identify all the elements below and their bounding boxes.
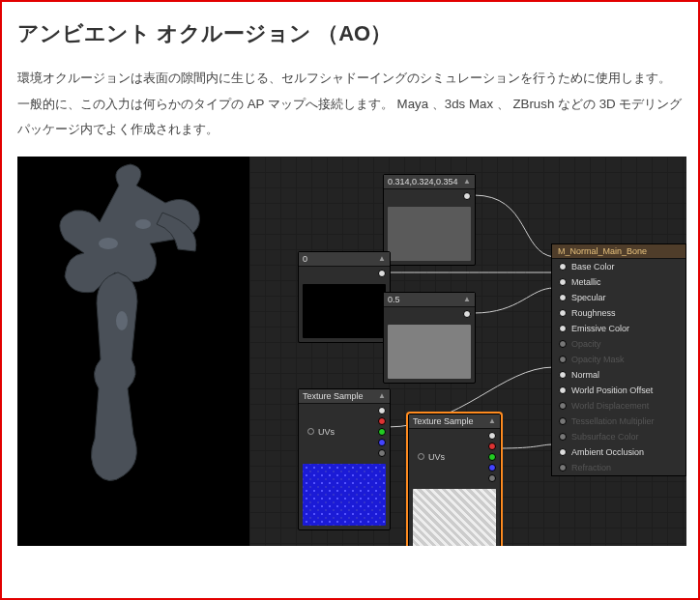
node-preview [303, 464, 386, 526]
pin-label: Normal [571, 370, 599, 380]
input-pin[interactable] [559, 356, 567, 363]
node-label: 0 [303, 254, 375, 264]
node-constant-0-5[interactable]: 0.5▲ [383, 292, 476, 384]
input-pin[interactable] [559, 325, 567, 332]
input-pin[interactable] [559, 278, 567, 286]
material-pin-base-color[interactable]: Base Color [552, 259, 685, 274]
material-pin-roughness[interactable]: Roughness [552, 305, 685, 321]
triangle-up-icon: ▲ [488, 416, 496, 425]
output-pin[interactable] [378, 270, 386, 277]
input-pin[interactable] [559, 386, 567, 394]
triangle-up-icon: ▲ [378, 254, 386, 263]
input-pin[interactable] [559, 294, 567, 301]
material-pin-emissive-color[interactable]: Emissive Color [552, 321, 685, 336]
output-pin-g[interactable] [488, 453, 496, 461]
input-pin[interactable] [559, 309, 567, 317]
svg-point-0 [99, 238, 118, 249]
node-preview [303, 284, 386, 338]
output-pin-b[interactable] [488, 464, 496, 471]
input-pin[interactable] [559, 464, 567, 471]
triangle-up-icon: ▲ [463, 177, 471, 186]
pin-label: Metallic [571, 277, 601, 287]
uvs-label: UVs [318, 427, 335, 437]
material-pin-ambient-occlusion[interactable]: Ambient Occlusion [552, 444, 685, 460]
material-pins: Base ColorMetallicSpecularRoughnessEmiss… [552, 259, 685, 475]
output-pin-g[interactable] [378, 428, 386, 436]
node-preview [388, 207, 471, 261]
material-pin-tessellation-multiplier[interactable]: Tessellation Multiplier [552, 414, 685, 429]
material-pin-specular[interactable]: Specular [552, 290, 685, 305]
svg-point-1 [135, 219, 151, 229]
svg-point-2 [116, 311, 128, 330]
material-title: M_Normal_Main_Bone [552, 244, 685, 259]
pin-label: Opacity Mask [571, 355, 625, 364]
material-pin-opacity[interactable]: Opacity [552, 336, 685, 352]
output-pin-r[interactable] [488, 443, 496, 450]
mesh-preview [17, 157, 249, 546]
node-label: Texture Sample [303, 391, 375, 401]
input-pin[interactable] [307, 428, 314, 435]
input-pin[interactable] [559, 340, 567, 348]
triangle-up-icon: ▲ [378, 391, 386, 400]
material-pin-subsurface-color[interactable]: Subsurface Color [552, 429, 685, 444]
material-pin-world-position-offset[interactable]: World Position Offset [552, 383, 685, 398]
material-pin-normal[interactable]: Normal [552, 367, 685, 383]
output-pin[interactable] [463, 310, 471, 318]
node-constant-vec3[interactable]: 0.314,0.324,0.354▲ [383, 174, 476, 266]
material-pin-refraction[interactable]: Refraction [552, 460, 685, 475]
pin-label: Roughness [571, 308, 616, 318]
node-texture-sample-normal[interactable]: Texture Sample▲ UVs [298, 388, 391, 530]
node-constant-0[interactable]: 0▲ [298, 251, 391, 343]
node-texture-sample-ao[interactable]: Texture Sample▲ UVs [408, 414, 501, 546]
material-pin-world-displacement[interactable]: World Displacement [552, 398, 685, 414]
pin-label: World Position Offset [571, 386, 653, 395]
output-pin-rgb[interactable] [488, 432, 496, 440]
triangle-up-icon: ▲ [463, 295, 471, 303]
pin-label: Ambient Occlusion [571, 447, 644, 457]
pin-label: Emissive Color [571, 324, 629, 333]
output-pin-b[interactable] [378, 439, 386, 446]
node-label: 0.314,0.324,0.354 [388, 177, 460, 186]
input-pin[interactable] [559, 448, 567, 456]
pin-label: Base Color [571, 262, 615, 271]
material-pin-opacity-mask[interactable]: Opacity Mask [552, 352, 685, 367]
input-pin[interactable] [418, 453, 424, 460]
input-pin[interactable] [559, 433, 567, 441]
uvs-label: UVs [428, 452, 445, 462]
pin-label: World Displacement [571, 401, 649, 411]
pin-label: Opacity [571, 339, 601, 349]
input-pin[interactable] [559, 263, 567, 271]
intro-paragraph: 環境オクルージョンは表面の隙間内に生じる、セルフシャドーイングのシミュレーション… [17, 66, 683, 143]
material-pin-metallic[interactable]: Metallic [552, 274, 685, 290]
node-preview [388, 325, 471, 379]
material-output[interactable]: M_Normal_Main_Bone Base ColorMetallicSpe… [551, 243, 686, 476]
output-pin-a[interactable] [378, 449, 386, 457]
output-pin-rgb[interactable] [378, 407, 386, 414]
input-pin[interactable] [559, 417, 567, 425]
pin-label: Subsurface Color [571, 432, 639, 442]
output-pin-a[interactable] [488, 474, 496, 482]
material-graph[interactable]: 0.314,0.324,0.354▲ 0▲ 0.5▲ Texture Sampl… [249, 157, 686, 546]
output-pin-r[interactable] [378, 417, 386, 425]
input-pin[interactable] [559, 402, 567, 410]
pin-label: Refraction [571, 463, 611, 472]
pin-label: Specular [571, 293, 606, 302]
input-pin[interactable] [559, 371, 567, 379]
node-label: Texture Sample [413, 416, 485, 426]
pin-label: Tessellation Multiplier [571, 416, 655, 426]
node-preview [413, 489, 496, 546]
node-label: 0.5 [388, 295, 460, 304]
output-pin[interactable] [463, 192, 471, 200]
hammer-mesh-icon [17, 157, 249, 546]
figure: 0.314,0.324,0.354▲ 0▲ 0.5▲ Texture Sampl… [17, 157, 686, 546]
page-title: アンビエント オクルージョン （AO） [17, 19, 683, 48]
